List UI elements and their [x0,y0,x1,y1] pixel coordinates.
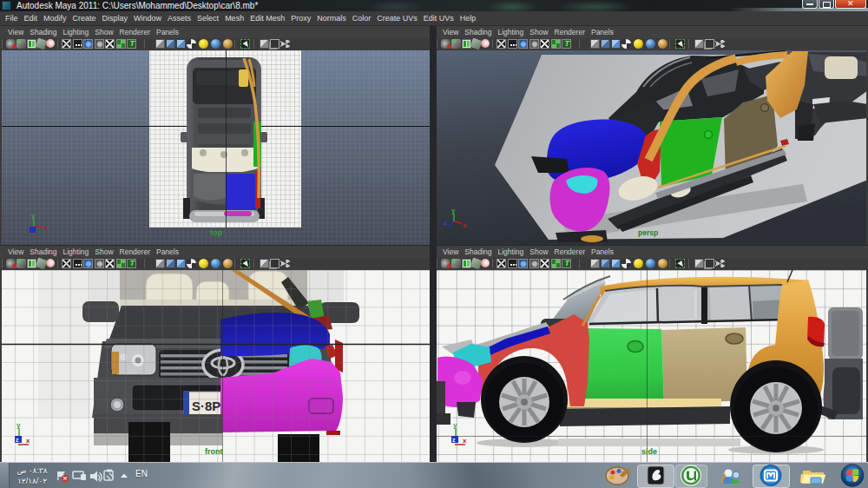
svg-text:x: x [463,437,467,445]
svg-text:side: side [641,447,657,456]
svg-text:x: x [463,221,467,229]
svg-text:y: y [451,207,456,214]
svg-text:x: x [26,437,30,445]
svg-text:y: y [453,421,457,429]
svg-text:x: x [44,224,49,232]
svg-text:y: y [16,421,21,429]
svg-text:y: y [31,212,36,220]
svg-text:front: front [205,447,223,456]
svg-text:top: top [210,228,222,237]
svg-text:persp: persp [638,228,658,237]
svg-text:z: z [444,219,447,227]
svg-text:z: z [452,437,456,443]
svg-text:z: z [16,437,19,443]
